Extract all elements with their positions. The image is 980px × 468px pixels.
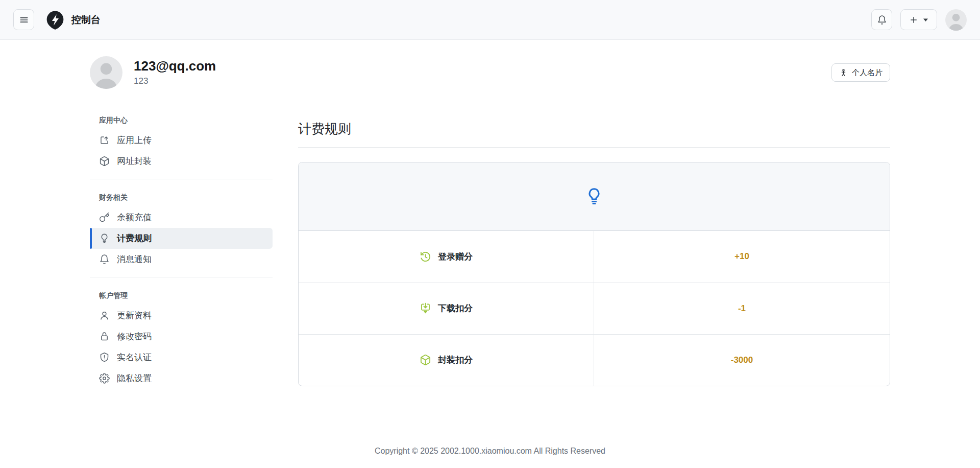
rule-row-packaging-deduction: 封装扣分 -3000 (299, 334, 890, 386)
personal-card-button[interactable]: 个人名片 (831, 63, 890, 82)
gear-icon (99, 373, 110, 384)
footer-copyright: Copyright © 2025 2002.1000.xiaomiou.com … (0, 447, 980, 456)
sidebar-item-change-password[interactable]: 修改密码 (90, 326, 273, 347)
brand[interactable]: 控制台 (45, 10, 101, 30)
profile-avatar (90, 56, 122, 89)
sidebar-item-label: 应用上传 (117, 134, 152, 146)
key-icon (99, 212, 110, 223)
profile-email: 123@qq.com (134, 59, 216, 74)
rule-value: -1 (594, 283, 890, 334)
bell-icon (877, 15, 887, 25)
rule-label: 封装扣分 (438, 354, 473, 366)
page-title: 计费规则 (298, 118, 890, 138)
sidebar-item-label: 余额充值 (117, 212, 152, 223)
sidebar-item-privacy-settings[interactable]: 隐私设置 (90, 368, 273, 389)
cube-icon (420, 354, 431, 366)
rule-label: 下载扣分 (438, 302, 473, 314)
lightbulb-icon (585, 187, 603, 205)
sidebar-item-label: 计费规则 (117, 232, 152, 244)
menu-button[interactable] (13, 9, 34, 30)
sidebar-item-update-profile[interactable]: 更新资料 (90, 305, 273, 326)
lightning-pin-logo-icon (45, 10, 65, 30)
hamburger-icon (19, 15, 29, 25)
person-figure-icon (839, 68, 848, 77)
upload-icon (99, 135, 110, 146)
profile-text: 123@qq.com 123 (134, 59, 216, 86)
user-icon (99, 310, 110, 321)
sidebar-group-finance: 财务相关 (90, 186, 273, 207)
sidebar-divider (90, 277, 273, 277)
main-content: 计费规则 登录赠分 +10 下载扣分 (298, 109, 890, 386)
rules-card-header (299, 162, 890, 231)
sidebar: 应用中心 应用上传 网址封装 财务相关 余额充值 计费规则 消息通知 (90, 109, 273, 389)
sidebar-item-label: 隐私设置 (117, 372, 152, 384)
rule-label-cell: 登录赠分 (299, 231, 594, 283)
sidebar-group-account: 帐户管理 (90, 285, 273, 305)
history-clock-icon (420, 251, 431, 263)
title-divider (298, 147, 890, 148)
rule-row-login-bonus: 登录赠分 +10 (299, 231, 890, 283)
profile-username: 123 (134, 76, 216, 86)
personal-card-label: 个人名片 (852, 68, 883, 78)
sidebar-item-label: 网址封装 (117, 155, 152, 167)
plus-icon (909, 15, 918, 25)
profile-header: 123@qq.com 123 个人名片 (90, 56, 890, 89)
navbar: 控制台 (0, 0, 980, 40)
sidebar-group-app-center: 应用中心 (90, 109, 273, 130)
user-avatar[interactable] (945, 9, 967, 31)
sidebar-item-billing-rules[interactable]: 计费规则 (90, 228, 273, 249)
sidebar-item-label: 更新资料 (117, 310, 152, 321)
sidebar-divider (90, 179, 273, 179)
download-device-icon (420, 302, 431, 314)
caret-down-icon (923, 18, 928, 22)
sidebar-item-label: 修改密码 (117, 331, 152, 342)
sidebar-item-url-packaging[interactable]: 网址封装 (90, 151, 273, 172)
navbar-actions (871, 9, 967, 31)
rule-row-download-deduction: 下载扣分 -1 (299, 283, 890, 334)
add-menu-button[interactable] (900, 9, 937, 30)
rule-label: 登录赠分 (438, 251, 473, 263)
sidebar-item-label: 实名认证 (117, 352, 152, 363)
sidebar-item-label: 消息通知 (117, 253, 152, 265)
avatar-silhouette-icon (90, 56, 122, 89)
billing-rules-card: 登录赠分 +10 下载扣分 -1 封装扣分 -3000 (298, 162, 890, 386)
notifications-button[interactable] (871, 9, 892, 30)
lock-icon (99, 331, 110, 342)
shield-exclamation-icon (99, 352, 110, 363)
sidebar-item-balance-recharge[interactable]: 余额充值 (90, 207, 273, 228)
rule-label-cell: 下载扣分 (299, 283, 594, 334)
sidebar-item-real-name-verification[interactable]: 实名认证 (90, 347, 273, 368)
sidebar-item-app-upload[interactable]: 应用上传 (90, 130, 273, 151)
rule-label-cell: 封装扣分 (299, 335, 594, 386)
rule-value: -3000 (594, 335, 890, 386)
app-title: 控制台 (71, 13, 101, 27)
bell-icon (99, 254, 110, 265)
lightbulb-icon (99, 233, 110, 244)
cube-icon (99, 156, 110, 167)
rule-value: +10 (594, 231, 890, 283)
avatar-silhouette-icon (945, 9, 967, 31)
sidebar-item-message-notifications[interactable]: 消息通知 (90, 249, 273, 270)
